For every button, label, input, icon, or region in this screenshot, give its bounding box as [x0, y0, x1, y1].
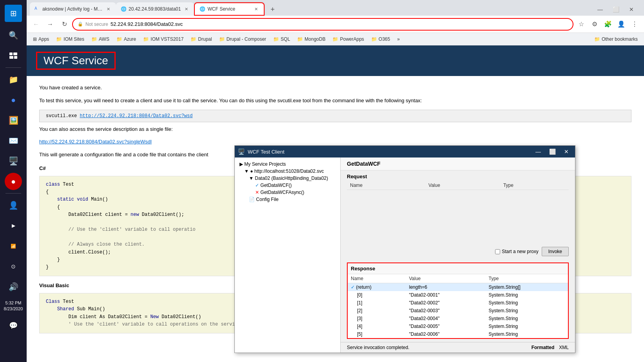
- bookmark-iom-vsts[interactable]: 📁 IOM VSTS2017: [140, 35, 187, 43]
- bookmark-aws[interactable]: 📁 AWS: [88, 35, 112, 43]
- bookmark-aws-label: AWS: [99, 36, 109, 42]
- response-cell-name: [5]: [348, 330, 406, 338]
- wcf-restore-button[interactable]: ⬜: [547, 146, 558, 157]
- wcf-close-button[interactable]: ✕: [561, 146, 572, 157]
- bookmark-sql[interactable]: 📁 SQL: [270, 35, 293, 43]
- svcutil-link[interactable]: http://52.224.92.218:8084/Data02.svc?wsd: [80, 113, 192, 119]
- red-app-icon[interactable]: ●: [5, 173, 22, 190]
- mail-icon[interactable]: ✉️: [5, 132, 22, 149]
- bookmark-powerapps[interactable]: 📁 PowerApps: [329, 35, 367, 43]
- people-icon[interactable]: 👤: [5, 197, 22, 214]
- bookmark-powerapps-label: PowerApps: [340, 36, 364, 42]
- start-button[interactable]: ⊞: [5, 5, 22, 22]
- footer-xml[interactable]: XML: [559, 345, 569, 350]
- request-col-value: Value: [425, 181, 500, 190]
- bookmark-more[interactable]: »: [394, 35, 403, 43]
- response-table: Name Value Type ✓ (return)length=6System…: [348, 274, 568, 338]
- response-row[interactable]: ✓ (return)length=6System.String[]: [348, 283, 568, 291]
- bookmark-drupal-composer[interactable]: 📁 Drupal - Composer: [216, 35, 269, 43]
- tree-method-1-label: GetDataWCF(): [260, 183, 292, 188]
- remote-desktop-icon[interactable]: 🖥️: [5, 152, 22, 170]
- refresh-button[interactable]: ↻: [58, 18, 71, 31]
- response-cell-value: "Data02-0005": [406, 322, 485, 330]
- tree-expand-binding: ▼: [249, 176, 254, 181]
- tree-config[interactable]: 📄 Config File: [238, 196, 337, 203]
- tree-error-icon: ✕: [255, 190, 259, 195]
- volume-icon[interactable]: 🔊: [5, 278, 22, 295]
- tab-title-1: aksnodew | Activity log - Micros: [42, 6, 103, 12]
- response-col-type: Type: [486, 274, 568, 283]
- response-cell-name: [1]: [348, 299, 406, 307]
- response-cell-type: System.String: [486, 330, 568, 338]
- svcutil-text: svcutil.exe: [46, 113, 80, 119]
- bookmark-o365[interactable]: 📁 O365: [368, 35, 393, 43]
- tab-close-2[interactable]: ✕: [183, 6, 189, 12]
- response-row: [5]"Data02-0006"System.String: [348, 330, 568, 338]
- forward-button[interactable]: →: [44, 18, 56, 31]
- bookmark-apps[interactable]: ⊞ Apps: [30, 35, 52, 43]
- response-cell-type: System.String[]: [486, 283, 568, 291]
- close-browser-button[interactable]: ✕: [625, 3, 638, 16]
- tab-close-1[interactable]: ✕: [105, 6, 111, 12]
- settings-button[interactable]: ⚙: [588, 18, 601, 31]
- bookmark-mongodb[interactable]: 📁 MongoDB: [294, 35, 328, 43]
- apps-grid-icon: ⊞: [33, 36, 37, 42]
- bookmark-azure-label: Azure: [124, 36, 136, 42]
- bookmark-other[interactable]: 📁 Other bookmarks: [591, 35, 641, 43]
- new-tab-button[interactable]: +: [266, 3, 279, 16]
- proxy-checkbox-input[interactable]: [495, 249, 500, 254]
- folder-icon-1: 📁: [56, 36, 62, 42]
- start-new-proxy-checkbox[interactable]: Start a new proxy: [495, 249, 538, 254]
- bookmark-star-button[interactable]: ☆: [575, 18, 588, 31]
- network-icon[interactable]: 📶: [5, 237, 22, 255]
- invoke-button[interactable]: Invoke: [542, 247, 569, 256]
- back-button[interactable]: ←: [30, 18, 42, 31]
- bookmark-drupal[interactable]: 📁 Drupal: [187, 35, 215, 43]
- folder-icon-2: 📁: [91, 36, 97, 42]
- expand-icon[interactable]: ▶: [5, 217, 22, 234]
- tab-data01[interactable]: 🌐 20.42.24.59:8083/data01 ✕: [116, 2, 194, 16]
- folder-icon-6: 📁: [219, 36, 225, 42]
- search-icon[interactable]: 🔍: [5, 27, 22, 44]
- notifications-icon[interactable]: 💬: [5, 317, 22, 334]
- folder-icon-9: 📁: [332, 36, 338, 42]
- tree-root[interactable]: ▶ My Service Projects: [238, 161, 337, 168]
- footer-formatted[interactable]: Formatted: [532, 345, 555, 350]
- tree-binding-label: Data02 (BasicHttpBinding_Data02): [255, 176, 328, 181]
- bookmark-iom-sites[interactable]: 📁 IOM Sites: [53, 35, 87, 43]
- tree-method-1[interactable]: ✓ GetDataWCF(): [238, 182, 337, 189]
- address-url[interactable]: 52.224.92.218:8084/Data02.svc: [111, 21, 183, 27]
- tab-wcf-service[interactable]: 🌐 WCF Service ✕: [194, 2, 265, 16]
- bookmark-mongodb-label: MongoDB: [305, 36, 325, 42]
- response-cell-name: [3]: [348, 315, 406, 322]
- wcf-minimize-button[interactable]: —: [533, 146, 544, 157]
- tab-activity-log[interactable]: A aksnodew | Activity log - Micros ✕: [30, 2, 116, 16]
- chrome-icon[interactable]: ●: [5, 91, 22, 109]
- task-view-icon[interactable]: [5, 47, 22, 64]
- tab-title-3: WCF Service: [207, 6, 250, 12]
- response-row: [2]"Data02-0003"System.String: [348, 307, 568, 315]
- bookmark-azure[interactable]: 📁 Azure: [113, 35, 139, 43]
- tree-endpoint[interactable]: ▼ ● http://localhost:51028/Data02.svc: [238, 168, 337, 175]
- svg-rect-0: [9, 52, 13, 55]
- bookmark-other-label: Other bookmarks: [602, 36, 638, 42]
- profile-button[interactable]: 👤: [615, 18, 628, 31]
- wifi-icon[interactable]: ⊙: [5, 258, 22, 275]
- nav-bar: ← → ↻ 🔒 Not secure 52.224.92.218:8084/Da…: [27, 16, 644, 33]
- tree-binding[interactable]: ▼ Data02 (BasicHttpBinding_Data02): [238, 175, 337, 182]
- wcf-footer: Service invocation completed. Formatted …: [341, 342, 575, 353]
- extensions-button[interactable]: 🧩: [602, 18, 614, 31]
- tab-close-3[interactable]: ✕: [253, 6, 259, 12]
- menu-button[interactable]: ⋮: [628, 18, 641, 31]
- file-explorer-icon[interactable]: 📁: [5, 71, 22, 88]
- paint-icon[interactable]: 🖼️: [5, 112, 22, 129]
- request-table: Name Value Type: [347, 181, 569, 190]
- response-row: [1]"Data02-0002"System.String: [348, 299, 568, 307]
- single-wsdl-link[interactable]: http://52.224.92.218:8084/Data02.svc?sin…: [39, 139, 152, 145]
- restore-browser-button[interactable]: ⬜: [610, 3, 622, 16]
- response-cell-value: "Data02-0001": [406, 291, 485, 299]
- minimize-browser-button[interactable]: —: [594, 3, 606, 16]
- response-cell-type: System.String: [486, 299, 568, 307]
- bookmark-sql-label: SQL: [281, 36, 290, 42]
- tree-method-2[interactable]: ✕ GetDataWCFAsync(): [238, 189, 337, 196]
